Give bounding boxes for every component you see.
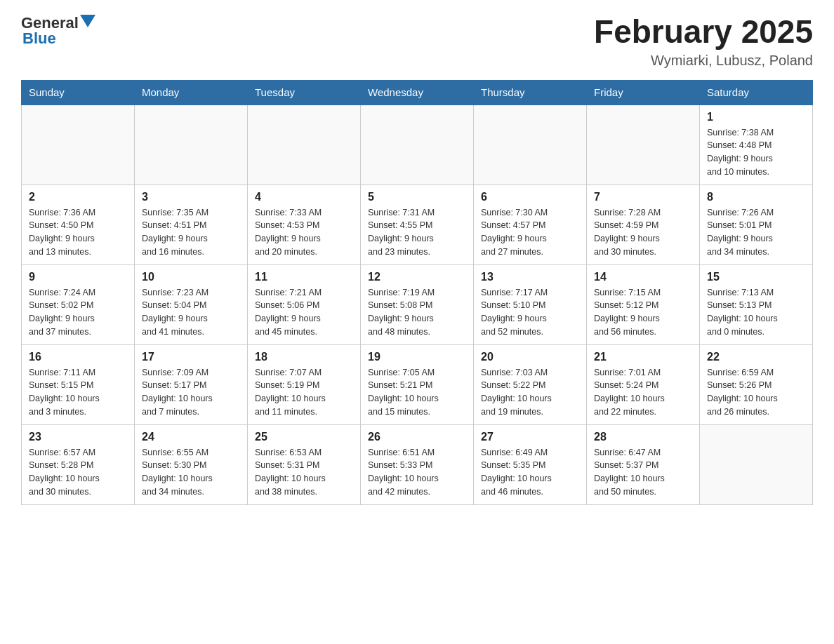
day-info: Sunrise: 7:07 AMSunset: 5:19 PMDaylight:… [255, 366, 353, 419]
calendar-header-friday: Friday [587, 80, 700, 105]
calendar-cell [361, 105, 474, 185]
day-number: 4 [255, 191, 353, 203]
calendar-cell: 7Sunrise: 7:28 AMSunset: 4:59 PMDaylight… [587, 185, 700, 264]
day-info: Sunrise: 7:36 AMSunset: 4:50 PMDaylight:… [29, 206, 127, 259]
calendar-cell: 11Sunrise: 7:21 AMSunset: 5:06 PMDayligh… [248, 264, 361, 344]
month-title: February 2025 [594, 14, 813, 50]
calendar-header-wednesday: Wednesday [361, 80, 474, 105]
calendar-cell: 14Sunrise: 7:15 AMSunset: 5:12 PMDayligh… [587, 264, 700, 344]
page-header: General Blue February 2025 Wymiarki, Lub… [21, 14, 813, 69]
calendar-week-row: 9Sunrise: 7:24 AMSunset: 5:02 PMDaylight… [22, 264, 813, 344]
day-info: Sunrise: 7:28 AMSunset: 4:59 PMDaylight:… [594, 206, 692, 259]
day-number: 17 [142, 351, 240, 363]
svg-marker-0 [80, 15, 95, 27]
calendar-header-row: SundayMondayTuesdayWednesdayThursdayFrid… [22, 80, 813, 105]
calendar-cell [474, 105, 587, 185]
calendar-cell: 1Sunrise: 7:38 AMSunset: 4:48 PMDaylight… [700, 105, 813, 185]
day-number: 26 [368, 431, 466, 443]
day-info: Sunrise: 6:59 AMSunset: 5:26 PMDaylight:… [707, 366, 805, 419]
calendar-cell: 8Sunrise: 7:26 AMSunset: 5:01 PMDaylight… [700, 185, 813, 264]
calendar-header-tuesday: Tuesday [248, 80, 361, 105]
day-number: 6 [481, 191, 579, 203]
calendar-cell: 4Sunrise: 7:33 AMSunset: 4:53 PMDaylight… [248, 185, 361, 264]
calendar-week-row: 23Sunrise: 6:57 AMSunset: 5:28 PMDayligh… [22, 424, 813, 504]
day-info: Sunrise: 7:21 AMSunset: 5:06 PMDaylight:… [255, 286, 353, 339]
calendar-cell [700, 424, 813, 504]
day-number: 9 [29, 271, 127, 283]
day-info: Sunrise: 6:57 AMSunset: 5:28 PMDaylight:… [29, 446, 127, 499]
calendar-header-saturday: Saturday [700, 80, 813, 105]
calendar-week-row: 2Sunrise: 7:36 AMSunset: 4:50 PMDaylight… [22, 185, 813, 264]
day-number: 18 [255, 351, 353, 363]
day-number: 23 [29, 431, 127, 443]
day-info: Sunrise: 7:03 AMSunset: 5:22 PMDaylight:… [481, 366, 579, 419]
calendar-cell: 24Sunrise: 6:55 AMSunset: 5:30 PMDayligh… [135, 424, 248, 504]
calendar-cell: 6Sunrise: 7:30 AMSunset: 4:57 PMDaylight… [474, 185, 587, 264]
logo: General Blue [21, 14, 95, 48]
calendar-cell: 19Sunrise: 7:05 AMSunset: 5:21 PMDayligh… [361, 344, 474, 424]
logo-blue-text: Blue [22, 29, 56, 48]
day-info: Sunrise: 7:35 AMSunset: 4:51 PMDaylight:… [142, 206, 240, 259]
day-number: 19 [368, 351, 466, 363]
day-number: 24 [142, 431, 240, 443]
day-number: 15 [707, 271, 805, 283]
calendar-cell: 25Sunrise: 6:53 AMSunset: 5:31 PMDayligh… [248, 424, 361, 504]
day-number: 21 [594, 351, 692, 363]
calendar-table: SundayMondayTuesdayWednesdayThursdayFrid… [21, 80, 813, 505]
title-block: February 2025 Wymiarki, Lubusz, Poland [594, 14, 813, 69]
day-number: 27 [481, 431, 579, 443]
calendar-cell: 3Sunrise: 7:35 AMSunset: 4:51 PMDaylight… [135, 185, 248, 264]
day-number: 28 [594, 431, 692, 443]
location-title: Wymiarki, Lubusz, Poland [594, 53, 813, 69]
day-info: Sunrise: 7:33 AMSunset: 4:53 PMDaylight:… [255, 206, 353, 259]
day-info: Sunrise: 7:23 AMSunset: 5:04 PMDaylight:… [142, 286, 240, 339]
day-number: 12 [368, 271, 466, 283]
day-info: Sunrise: 7:31 AMSunset: 4:55 PMDaylight:… [368, 206, 466, 259]
calendar-header-sunday: Sunday [22, 80, 135, 105]
day-info: Sunrise: 6:47 AMSunset: 5:37 PMDaylight:… [594, 446, 692, 499]
day-info: Sunrise: 7:17 AMSunset: 5:10 PMDaylight:… [481, 286, 579, 339]
day-info: Sunrise: 7:26 AMSunset: 5:01 PMDaylight:… [707, 206, 805, 259]
day-info: Sunrise: 7:24 AMSunset: 5:02 PMDaylight:… [29, 286, 127, 339]
day-number: 7 [594, 191, 692, 203]
calendar-cell: 15Sunrise: 7:13 AMSunset: 5:13 PMDayligh… [700, 264, 813, 344]
calendar-cell: 13Sunrise: 7:17 AMSunset: 5:10 PMDayligh… [474, 264, 587, 344]
calendar-header-monday: Monday [135, 80, 248, 105]
calendar-cell: 16Sunrise: 7:11 AMSunset: 5:15 PMDayligh… [22, 344, 135, 424]
day-number: 16 [29, 351, 127, 363]
day-info: Sunrise: 7:38 AMSunset: 4:48 PMDaylight:… [707, 126, 805, 179]
day-number: 13 [481, 271, 579, 283]
calendar-cell: 9Sunrise: 7:24 AMSunset: 5:02 PMDaylight… [22, 264, 135, 344]
day-number: 25 [255, 431, 353, 443]
day-number: 5 [368, 191, 466, 203]
calendar-cell: 22Sunrise: 6:59 AMSunset: 5:26 PMDayligh… [700, 344, 813, 424]
calendar-cell: 21Sunrise: 7:01 AMSunset: 5:24 PMDayligh… [587, 344, 700, 424]
day-info: Sunrise: 7:19 AMSunset: 5:08 PMDaylight:… [368, 286, 466, 339]
day-info: Sunrise: 7:13 AMSunset: 5:13 PMDaylight:… [707, 286, 805, 339]
calendar-cell [248, 105, 361, 185]
day-number: 8 [707, 191, 805, 203]
calendar-cell [22, 105, 135, 185]
day-number: 10 [142, 271, 240, 283]
calendar-cell: 12Sunrise: 7:19 AMSunset: 5:08 PMDayligh… [361, 264, 474, 344]
calendar-cell: 18Sunrise: 7:07 AMSunset: 5:19 PMDayligh… [248, 344, 361, 424]
calendar-week-row: 1Sunrise: 7:38 AMSunset: 4:48 PMDaylight… [22, 105, 813, 185]
calendar-cell: 23Sunrise: 6:57 AMSunset: 5:28 PMDayligh… [22, 424, 135, 504]
day-info: Sunrise: 7:05 AMSunset: 5:21 PMDaylight:… [368, 366, 466, 419]
day-number: 1 [707, 111, 805, 123]
logo-arrow-icon [80, 15, 95, 30]
day-info: Sunrise: 7:09 AMSunset: 5:17 PMDaylight:… [142, 366, 240, 419]
calendar-cell: 20Sunrise: 7:03 AMSunset: 5:22 PMDayligh… [474, 344, 587, 424]
calendar-header-thursday: Thursday [474, 80, 587, 105]
day-info: Sunrise: 6:55 AMSunset: 5:30 PMDaylight:… [142, 446, 240, 499]
calendar-cell: 2Sunrise: 7:36 AMSunset: 4:50 PMDaylight… [22, 185, 135, 264]
day-info: Sunrise: 6:51 AMSunset: 5:33 PMDaylight:… [368, 446, 466, 499]
calendar-cell: 28Sunrise: 6:47 AMSunset: 5:37 PMDayligh… [587, 424, 700, 504]
day-info: Sunrise: 7:11 AMSunset: 5:15 PMDaylight:… [29, 366, 127, 419]
calendar-cell: 10Sunrise: 7:23 AMSunset: 5:04 PMDayligh… [135, 264, 248, 344]
day-info: Sunrise: 7:15 AMSunset: 5:12 PMDaylight:… [594, 286, 692, 339]
day-number: 2 [29, 191, 127, 203]
day-info: Sunrise: 6:53 AMSunset: 5:31 PMDaylight:… [255, 446, 353, 499]
calendar-cell [135, 105, 248, 185]
day-number: 11 [255, 271, 353, 283]
